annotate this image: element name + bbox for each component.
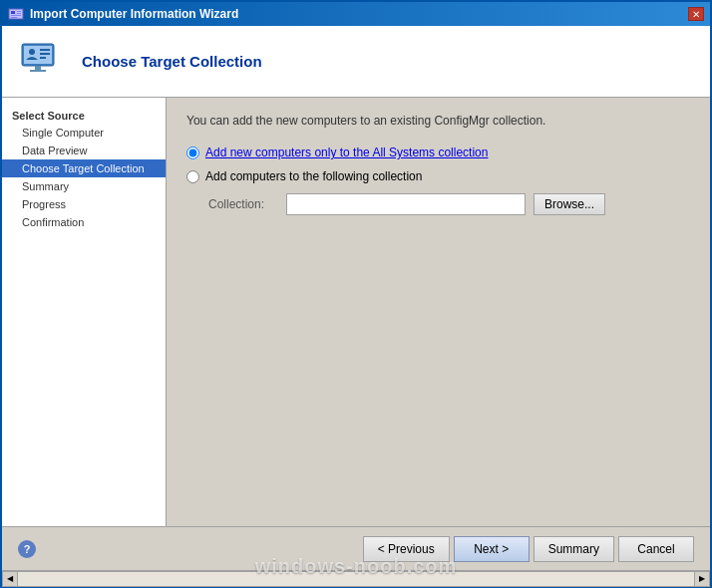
svg-rect-2 (17, 11, 21, 12)
wizard-window: Import Computer Information Wizard ✕ Cho… (0, 0, 712, 588)
scrollbar-area: ◀ ▶ (2, 570, 710, 586)
close-button[interactable]: ✕ (688, 7, 704, 21)
all-systems-link[interactable]: Add new computers only to the All System… (205, 146, 488, 159)
browse-button[interactable]: Browse... (534, 193, 605, 215)
radio-all-systems-label[interactable]: Add new computers only to the All System… (205, 146, 488, 159)
footer-buttons: < Previous Next > Summary Cancel (363, 536, 694, 562)
svg-rect-3 (17, 13, 21, 14)
radio-group: Add new computers only to the All System… (186, 146, 690, 215)
collection-row: Collection: Browse... (208, 193, 690, 215)
wizard-header-icon (18, 38, 66, 86)
svg-rect-9 (35, 66, 41, 70)
title-bar-icon (8, 6, 24, 22)
summary-button[interactable]: Summary (534, 536, 614, 562)
svg-point-8 (29, 49, 35, 55)
nav-item-confirmation[interactable]: Confirmation (2, 213, 166, 231)
window-title: Import Computer Information Wizard (30, 7, 238, 21)
previous-button[interactable]: < Previous (363, 536, 450, 562)
collection-input[interactable] (286, 193, 526, 215)
help-button[interactable]: ? (18, 540, 36, 558)
scroll-right-arrow[interactable]: ▶ (694, 571, 710, 587)
radio-following-label[interactable]: Add computers to the following collectio… (205, 169, 422, 183)
radio-all-systems[interactable] (186, 147, 199, 159)
wizard-footer: ? < Previous Next > Summary Cancel (2, 526, 710, 570)
svg-rect-10 (30, 70, 46, 72)
svg-rect-1 (11, 11, 15, 14)
nav-section-label: Select Source (2, 106, 166, 124)
title-bar: Import Computer Information Wizard ✕ (2, 2, 710, 26)
svg-rect-4 (11, 15, 21, 16)
wizard-header: Choose Target Collection (2, 26, 710, 98)
footer-left: ? (18, 540, 36, 558)
collection-label: Collection: (208, 197, 278, 211)
nav-item-data-preview[interactable]: Data Preview (2, 142, 166, 159)
scroll-track[interactable] (18, 571, 694, 587)
scroll-left-arrow[interactable]: ◀ (2, 571, 18, 587)
wizard-content: You can add the new computers to an exis… (167, 98, 710, 526)
info-text: You can add the new computers to an exis… (186, 114, 690, 128)
nav-item-single-computer[interactable]: Single Computer (2, 124, 166, 142)
nav-item-summary[interactable]: Summary (2, 177, 166, 195)
wizard-body: Select Source Single Computer Data Previ… (2, 98, 710, 526)
wizard-header-title: Choose Target Collection (82, 53, 262, 70)
radio-row-all-systems: Add new computers only to the All System… (186, 146, 690, 159)
title-bar-left: Import Computer Information Wizard (8, 6, 238, 22)
next-button[interactable]: Next > (454, 536, 530, 562)
radio-following-collection[interactable] (186, 170, 199, 183)
cancel-button[interactable]: Cancel (618, 536, 694, 562)
nav-item-progress[interactable]: Progress (2, 195, 166, 213)
nav-item-choose-target[interactable]: Choose Target Collection (2, 159, 166, 177)
svg-rect-5 (11, 17, 17, 18)
radio-row-following: Add computers to the following collectio… (186, 169, 690, 183)
wizard-nav: Select Source Single Computer Data Previ… (2, 98, 167, 526)
